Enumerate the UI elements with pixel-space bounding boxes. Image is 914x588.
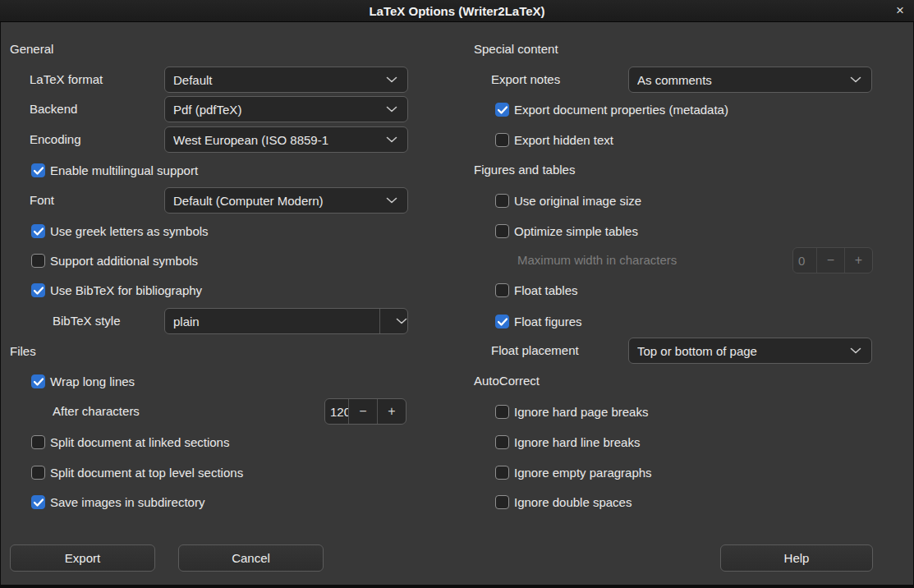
checkbox-box[interactable] (495, 435, 509, 449)
chevron-down-icon (396, 318, 407, 324)
checkbox-box[interactable] (495, 405, 509, 419)
checkbox-box[interactable] (495, 103, 509, 117)
checkbox-label: Export hidden text (514, 133, 613, 147)
checkbox-box[interactable] (31, 224, 45, 238)
checkmark-icon (34, 498, 44, 507)
checkbox-box[interactable] (495, 224, 509, 238)
checkbox-ignore-double-spaces[interactable]: Ignore double spaces (495, 492, 632, 512)
chevron-down-icon (386, 197, 397, 204)
checkmark-icon (34, 378, 44, 386)
chevron-down-icon (386, 106, 397, 113)
checkbox-box[interactable] (495, 133, 509, 147)
checkbox-float-tables[interactable]: Float tables (495, 280, 578, 300)
section-figures-tables: Figures and tables (474, 160, 575, 180)
checkbox-split-linked-sections[interactable]: Split document at linked sections (31, 432, 229, 452)
close-icon[interactable]: × (889, 0, 911, 21)
checkbox-split-top-level-sections[interactable]: Split document at top level sections (31, 462, 243, 482)
export-notes-select[interactable]: As comments (628, 67, 872, 93)
checkbox-box[interactable] (31, 163, 45, 177)
increment-button: + (844, 248, 872, 273)
export-notes-label: Export notes (491, 67, 560, 93)
checkbox-label: Split document at top level sections (50, 466, 243, 480)
chevron-down-icon (386, 136, 397, 143)
float-placement-select[interactable]: Top or bottom of page (628, 338, 872, 364)
encoding-label: Encoding (30, 126, 81, 153)
checkbox-box[interactable] (31, 283, 45, 297)
checkbox-enable-multilingual[interactable]: Enable multilingual support (31, 160, 198, 180)
decrement-button[interactable]: − (348, 399, 377, 424)
backend-label: Backend (30, 96, 77, 122)
chevron-down-icon (850, 347, 861, 354)
font-label: Font (30, 187, 54, 214)
checkbox-label: Enable multilingual support (50, 163, 198, 177)
export-notes-value: As comments (637, 73, 850, 87)
checkbox-optimize-simple-tables[interactable]: Optimize simple tables (495, 221, 638, 241)
checkbox-export-document-properties[interactable]: Export document properties (metadata) (495, 99, 728, 119)
checkbox-export-hidden-text[interactable]: Export hidden text (495, 130, 613, 149)
checkbox-label: Use BibTeX for bibliography (50, 283, 202, 297)
checkbox-ignore-empty-paragraphs[interactable]: Ignore empty paragraphs (495, 462, 652, 482)
section-autocorrect: AutoCorrect (474, 371, 540, 391)
section-special-content: Special content (474, 39, 558, 59)
checkbox-use-bibtex[interactable]: Use BibTeX for bibliography (31, 280, 202, 300)
checkbox-box[interactable] (495, 466, 509, 480)
checkbox-box[interactable] (495, 283, 509, 297)
increment-button[interactable]: + (377, 399, 406, 424)
encoding-select[interactable]: West European (ISO 8859-1 (164, 126, 408, 153)
checkbox-box[interactable] (31, 495, 45, 509)
after-characters-spinner[interactable]: 120 − + (324, 398, 406, 425)
checkbox-box[interactable] (31, 435, 45, 449)
export-button[interactable]: Export (10, 544, 155, 572)
checkbox-label: Float figures (514, 315, 582, 328)
checkbox-box[interactable] (495, 194, 509, 208)
bibtex-style-combobox[interactable]: plain (164, 308, 408, 334)
checkbox-additional-symbols[interactable]: Support additional symbols (31, 250, 198, 270)
checkbox-ignore-hard-page-breaks[interactable]: Ignore hard page breaks (495, 402, 648, 421)
checkbox-greek-letters[interactable]: Use greek letters as symbols (31, 221, 209, 241)
checkmark-icon (498, 318, 508, 326)
checkbox-use-original-image-size[interactable]: Use original image size (495, 191, 641, 210)
combobox-dropdown-button[interactable] (379, 309, 407, 333)
checkbox-label: Save images in subdirectory (50, 495, 204, 509)
checkbox-box[interactable] (31, 466, 45, 480)
latex-format-select[interactable]: Default (164, 67, 408, 93)
checkbox-box[interactable] (495, 495, 509, 509)
checkbox-box[interactable] (31, 254, 45, 268)
maximum-width-spinner: 0 − + (792, 247, 873, 273)
checkbox-label: Optimize simple tables (514, 224, 638, 238)
checkbox-float-figures[interactable]: Float figures (495, 311, 582, 331)
font-select[interactable]: Default (Computer Modern) (164, 187, 408, 214)
checkbox-label: Ignore hard page breaks (514, 405, 648, 419)
checkbox-label: Use greek letters as symbols (50, 224, 209, 238)
spinner-value[interactable]: 120 (325, 399, 348, 424)
float-placement-label: Float placement (491, 338, 579, 364)
chevron-down-icon (386, 76, 397, 83)
spinner-value: 0 (793, 248, 816, 273)
latex-options-dialog: LaTeX Options (Writer2LaTeX) × General L… (0, 0, 914, 588)
bibtex-style-label: BibTeX style (53, 308, 121, 334)
checkbox-box[interactable] (31, 374, 45, 388)
after-characters-label: After characters (53, 398, 140, 425)
checkbox-label: Ignore empty paragraphs (514, 466, 652, 480)
checkbox-save-images-subdirectory[interactable]: Save images in subdirectory (31, 492, 204, 512)
chevron-down-icon (850, 76, 861, 83)
checkbox-label: Ignore hard line breaks (514, 435, 640, 449)
maximum-width-label: Maximum width in characters (517, 247, 677, 273)
title-bar: LaTeX Options (Writer2LaTeX) × (0, 0, 914, 22)
checkbox-label: Support additional symbols (50, 254, 198, 268)
checkbox-wrap-long-lines[interactable]: Wrap long lines (31, 371, 135, 391)
backend-select[interactable]: Pdf (pdfTeX) (164, 96, 408, 122)
dialog-title: LaTeX Options (Writer2LaTeX) (369, 4, 544, 18)
checkbox-box[interactable] (495, 315, 509, 328)
checkbox-label: Use original image size (514, 194, 641, 208)
checkbox-label: Wrap long lines (50, 374, 135, 388)
cancel-button[interactable]: Cancel (178, 544, 324, 572)
checkmark-icon (498, 106, 508, 114)
bibtex-style-value[interactable]: plain (173, 315, 379, 328)
decrement-button: − (816, 248, 844, 273)
checkbox-ignore-hard-line-breaks[interactable]: Ignore hard line breaks (495, 432, 640, 452)
checkmark-icon (34, 167, 44, 175)
font-value: Default (Computer Modern) (173, 194, 386, 208)
section-files: Files (10, 342, 36, 361)
help-button[interactable]: Help (720, 544, 873, 572)
